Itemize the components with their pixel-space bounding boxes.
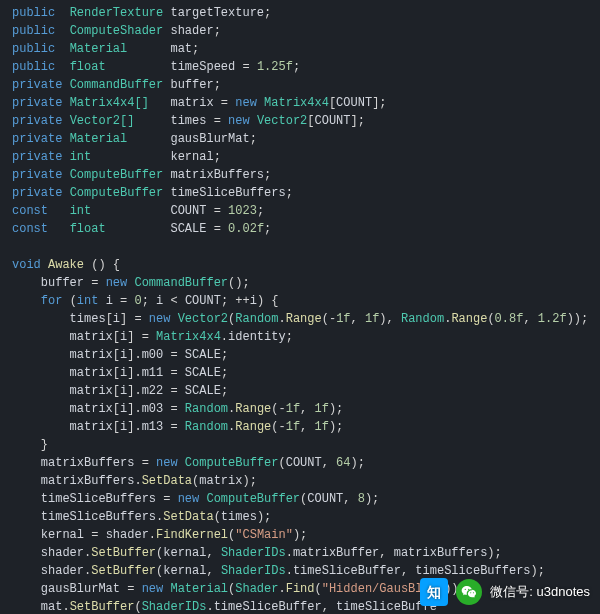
for-close: }: [12, 436, 588, 454]
decl-line: const int COUNT = 1023;: [12, 202, 588, 220]
stmt: timeSliceBuffers.SetData(times);: [12, 508, 588, 526]
decl-line: public ComputeShader shader;: [12, 22, 588, 40]
wechat-icon: [456, 579, 482, 605]
stmt: matrixBuffers = new ComputeBuffer(COUNT,…: [12, 454, 588, 472]
code-editor: public RenderTexture targetTexture;publi…: [0, 0, 600, 614]
stmt: buffer = new CommandBuffer();: [12, 274, 588, 292]
decl-line: private Vector2[] times = new Vector2[CO…: [12, 112, 588, 130]
loop-stmt: times[i] = new Vector2(Random.Range(-1f,…: [12, 310, 588, 328]
decl-line: public RenderTexture targetTexture;: [12, 4, 588, 22]
decl-line: public Material mat;: [12, 40, 588, 58]
decl-line: private ComputeBuffer matrixBuffers;: [12, 166, 588, 184]
fn-sig: void Awake () {: [12, 256, 588, 274]
loop-stmt: matrix[i].m00 = SCALE;: [12, 346, 588, 364]
stmt: kernal = shader.FindKernel("CSMain");: [12, 526, 588, 544]
loop-stmt: matrix[i].m13 = Random.Range(-1f, 1f);: [12, 418, 588, 436]
decl-line: private CommandBuffer buffer;: [12, 76, 588, 94]
decl-line: const float SCALE = 0.02f;: [12, 220, 588, 238]
stmt: matrixBuffers.SetData(matrix);: [12, 472, 588, 490]
loop-stmt: matrix[i].m11 = SCALE;: [12, 364, 588, 382]
for-head: for (int i = 0; i < COUNT; ++i) {: [12, 292, 588, 310]
decl-line: private int kernal;: [12, 148, 588, 166]
decl-line: private Material gausBlurMat;: [12, 130, 588, 148]
stmt: shader.SetBuffer(kernal, ShaderIDs.matri…: [12, 544, 588, 562]
zhihu-icon: 知: [420, 578, 448, 606]
watermark: 知 微信号: u3dnotes: [420, 578, 590, 606]
loop-stmt: matrix[i].m03 = Random.Range(-1f, 1f);: [12, 400, 588, 418]
decl-line: private ComputeBuffer timeSliceBuffers;: [12, 184, 588, 202]
loop-stmt: matrix[i].m22 = SCALE;: [12, 382, 588, 400]
stmt: timeSliceBuffers = new ComputeBuffer(COU…: [12, 490, 588, 508]
decl-line: public float timeSpeed = 1.25f;: [12, 58, 588, 76]
decl-line: private Matrix4x4[] matrix = new Matrix4…: [12, 94, 588, 112]
loop-stmt: matrix[i] = Matrix4x4.identity;: [12, 328, 588, 346]
code-content: public RenderTexture targetTexture;publi…: [12, 4, 588, 614]
wechat-label: 微信号: u3dnotes: [490, 583, 590, 601]
